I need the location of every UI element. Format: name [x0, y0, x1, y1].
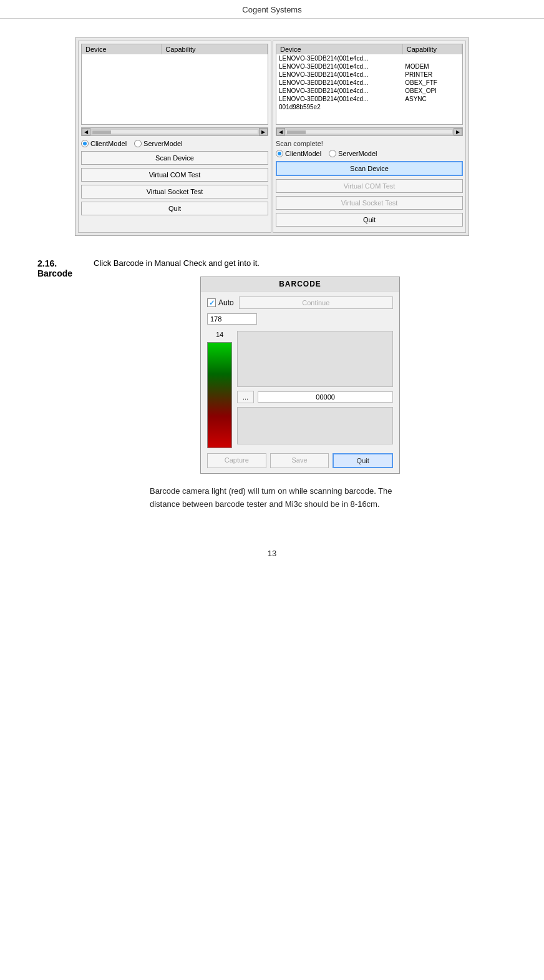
continue-btn: Continue — [239, 296, 393, 309]
right-scroll-right[interactable]: ▶ — [454, 128, 462, 135]
barcode-middle: 14 ... 00000 — [207, 331, 393, 448]
section-216: 2.16. Barcode Click Barcode in Manual Ch… — [37, 258, 507, 511]
barcode-lower-area — [237, 407, 393, 444]
barcode-title-bar: BARCODE — [201, 277, 399, 292]
left-radio-client[interactable]: ClientModel — [81, 140, 127, 147]
auto-label: Auto — [218, 298, 234, 307]
right-radio-server[interactable]: ServerModel — [329, 150, 377, 157]
left-virtual-com-btn[interactable]: Virtual COM Test — [81, 168, 268, 182]
capability-cell: PRINTER — [402, 71, 462, 79]
section-description: Click Barcode in Manual Check and get in… — [94, 258, 507, 268]
table-row: LENOVO-3E0DB214(001e4cd...MODEM — [276, 62, 462, 71]
capability-cell: ASYNC — [402, 95, 462, 103]
table-row: LENOVO-3E0DB214(001e4cd...ASYNC — [276, 95, 462, 103]
capture-btn: Capture — [207, 453, 266, 468]
barcode-row1: ✓ Auto Continue — [207, 296, 393, 309]
screenshot-container: Device Capability ◀ ▶ — [37, 37, 507, 236]
left-quit-btn[interactable]: Quit — [81, 202, 268, 215]
right-scroll-track — [286, 129, 453, 134]
device-cell: LENOVO-3E0DB214(001e4cd... — [276, 62, 402, 71]
bottom-line2: distance between barcode tester and Mi3c… — [150, 499, 380, 509]
gradient-and-value: 14 — [207, 331, 232, 448]
device-cell: 001d98b595e2 — [276, 103, 402, 111]
left-col2-header: Capability — [162, 44, 268, 54]
barcode-buttons: Capture Save Quit — [207, 453, 393, 468]
table-row: LENOVO-3E0DB214(001e4cd...OBEX_OPI — [276, 87, 462, 95]
left-scrollbar-h[interactable]: ◀ ▶ — [81, 127, 268, 136]
device-cell: LENOVO-3E0DB214(001e4cd... — [276, 71, 402, 79]
auto-checkbox-box[interactable]: ✓ — [207, 298, 216, 307]
right-radio-client-dot — [278, 152, 281, 155]
right-col1-header: Device — [276, 44, 402, 54]
page-number: 13 — [37, 549, 507, 558]
barcode-dialog-wrapper: BARCODE ✓ Auto Continue — [94, 277, 507, 474]
device-cell: LENOVO-3E0DB214(001e4cd... — [276, 54, 402, 62]
code-display: 00000 — [258, 391, 393, 403]
left-table-area: Device Capability — [81, 44, 268, 125]
left-scroll-track — [91, 129, 258, 134]
right-radio-server-circle — [329, 150, 336, 157]
left-col1-header: Device — [82, 44, 162, 54]
value2-label: 14 — [216, 331, 223, 338]
capability-cell: OBEX_OPI — [402, 87, 462, 95]
left-radio-server-label: ServerModel — [143, 140, 182, 147]
left-radio-client-dot — [83, 142, 87, 145]
section-content: Click Barcode in Manual Check and get in… — [94, 258, 507, 511]
section-number: 2.16. — [37, 258, 57, 268]
right-table-area: Device Capability LENOVO-3E0DB214(001e4c… — [276, 44, 463, 125]
barcode-body: ✓ Auto Continue — [201, 292, 399, 473]
quit-btn[interactable]: Quit — [333, 453, 393, 468]
left-radio-row: ClientModel ServerModel — [81, 140, 268, 147]
barcode-middle-row: ... 00000 — [237, 391, 393, 403]
right-scroll-left[interactable]: ◀ — [276, 128, 285, 135]
value-input-row — [207, 313, 393, 328]
right-virtual-com-btn: Virtual COM Test — [276, 179, 463, 193]
ellipsis-btn[interactable]: ... — [237, 391, 254, 403]
capability-cell: MODEM — [402, 62, 462, 71]
color-gradient — [207, 342, 232, 448]
right-panel: Device Capability LENOVO-3E0DB214(001e4c… — [273, 41, 466, 233]
left-radio-client-circle — [81, 140, 89, 147]
barcode-right-col: ... 00000 — [237, 331, 393, 448]
auto-checkbox-item[interactable]: ✓ Auto — [207, 298, 234, 307]
left-panel: Device Capability ◀ ▶ — [78, 41, 271, 233]
table-row: LENOVO-3E0DB214(001e4cd...OBEX_FTF — [276, 79, 462, 87]
device-cell: LENOVO-3E0DB214(001e4cd... — [276, 87, 402, 95]
left-radio-server[interactable]: ServerModel — [134, 140, 182, 147]
section-title-inline: Barcode — [37, 268, 72, 278]
table-row: 001d98b595e2 — [276, 103, 462, 111]
save-btn: Save — [270, 453, 329, 468]
barcode-preview — [237, 331, 393, 387]
device-cell: LENOVO-3E0DB214(001e4cd... — [276, 95, 402, 103]
right-radio-client-circle — [276, 150, 283, 157]
section-number-col: 2.16. Barcode — [37, 258, 94, 278]
right-radio-row: ClientModel ServerModel — [276, 150, 463, 157]
right-radio-server-label: ServerModel — [338, 150, 377, 157]
app-screenshot: Device Capability ◀ ▶ — [75, 37, 469, 236]
device-cell: LENOVO-3E0DB214(001e4cd... — [276, 79, 402, 87]
left-radio-server-circle — [134, 140, 142, 147]
right-scan-device-btn[interactable]: Scan Device — [276, 161, 463, 176]
table-row: LENOVO-3E0DB214(001e4cd...PRINTER — [276, 71, 462, 79]
left-scan-device-btn[interactable]: Scan Device — [81, 151, 268, 165]
left-scroll-left[interactable]: ◀ — [82, 128, 90, 135]
right-col2-header: Capability — [402, 44, 462, 54]
right-virtual-socket-btn: Virtual Socket Test — [276, 196, 463, 210]
page-header: Cogent Systems — [0, 0, 544, 19]
right-radio-client-label: ClientModel — [285, 150, 321, 157]
left-scroll-thumb — [92, 130, 111, 134]
right-radio-client[interactable]: ClientModel — [276, 150, 321, 157]
left-radio-client-label: ClientModel — [90, 140, 127, 147]
bottom-description: Barcode camera light (red) will turn on … — [150, 485, 507, 511]
scan-complete-text: Scan complete! — [276, 140, 463, 147]
right-quit-btn[interactable]: Quit — [276, 213, 463, 227]
capability-cell — [402, 103, 462, 111]
right-scrollbar-h[interactable]: ◀ ▶ — [276, 127, 463, 136]
capability-cell — [402, 54, 462, 62]
left-virtual-socket-btn[interactable]: Virtual Socket Test — [81, 185, 268, 198]
barcode-dialog: BARCODE ✓ Auto Continue — [200, 277, 400, 474]
auto-checkbox-check: ✓ — [209, 299, 215, 307]
value-input-178[interactable] — [207, 313, 257, 325]
left-scroll-right[interactable]: ▶ — [259, 128, 268, 135]
bottom-line1: Barcode camera light (red) will turn on … — [150, 486, 392, 496]
